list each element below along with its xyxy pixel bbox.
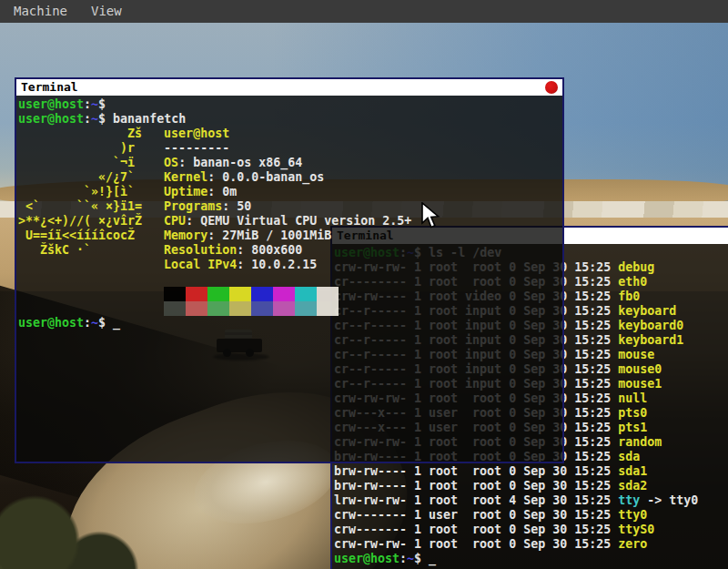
palette-swatch xyxy=(207,301,229,316)
terminal-line xyxy=(18,287,562,301)
terminal-line: ŽškC ·` Resolution: 800x600 xyxy=(18,243,562,258)
terminal-line: user@host:~$ _ xyxy=(334,552,728,566)
terminal-line: <` ``« ×}ï1= Programs: 50 xyxy=(18,199,562,214)
palette-swatch xyxy=(229,287,251,301)
palette-swatch xyxy=(229,301,251,316)
menubar: Machine View xyxy=(0,0,728,23)
palette-swatch xyxy=(273,287,295,301)
terminal-line: crw-rw-rw- 1 root root 0 Sep 30 15:25 ze… xyxy=(334,537,728,552)
palette-swatch xyxy=(317,301,339,316)
desktop: Terminal user@host:~$ ls -l /devcrw-rw-r… xyxy=(0,23,728,569)
palette-swatch xyxy=(251,301,273,316)
terminal-1-title: Terminal xyxy=(21,79,78,96)
palette-swatch xyxy=(186,287,207,301)
palette-swatch xyxy=(317,287,339,301)
terminal-line: U==íï<<íííîcocŽ Memory: 27MiB / 1001MiB xyxy=(18,229,562,243)
palette-swatch xyxy=(207,287,229,301)
palette-swatch xyxy=(164,301,186,316)
terminal-line: brw-rw---- 1 root root 0 Sep 30 15:25 sd… xyxy=(334,479,728,493)
terminal-line: «/¿7` Kernel: 0.0.0-banan_os xyxy=(18,170,562,185)
close-icon xyxy=(545,81,558,94)
palette-swatch xyxy=(186,301,207,316)
terminal-line: lrw-rw-rw- 1 root root 4 Sep 30 15:25 tt… xyxy=(334,493,728,508)
terminal-1-content[interactable]: user@host:~$user@host:~$ bananfetch Zš u… xyxy=(16,96,562,462)
terminal-line: Local IPv4: 10.0.2.15 xyxy=(18,258,562,272)
terminal-window-1: Terminal user@host:~$user@host:~$ bananf… xyxy=(15,77,564,463)
palette-swatch xyxy=(273,301,295,316)
terminal-line: `»!}[ì` Uptime: 0m xyxy=(18,185,562,199)
menu-item-machine[interactable]: Machine xyxy=(14,0,67,23)
terminal-line: `¬ï OS: banan-os x86_64 xyxy=(18,156,562,170)
terminal-1-close-button[interactable] xyxy=(545,81,558,94)
terminal-line: user@host:~$ xyxy=(18,97,562,112)
terminal-line: brw-rw---- 1 root root 0 Sep 30 15:25 sd… xyxy=(334,464,728,479)
terminal-line: )r --------- xyxy=(18,141,562,156)
terminal-1-titlebar[interactable]: Terminal xyxy=(16,79,562,96)
palette-swatch xyxy=(295,301,317,316)
palette-swatch xyxy=(164,287,186,301)
terminal-line: user@host:~$ bananfetch xyxy=(18,112,562,127)
terminal-line: >**¿<+)//( ×¿vîrŽ CPU: QEMU Virtual CPU … xyxy=(18,214,562,229)
palette-swatch xyxy=(295,287,317,301)
terminal-line xyxy=(18,272,562,287)
terminal-line xyxy=(18,301,562,316)
terminal-line: Zš user@host xyxy=(18,127,562,141)
terminal-1-output: user@host:~$user@host:~$ bananfetch Zš u… xyxy=(18,97,562,330)
terminal-line: crw------- 1 root root 0 Sep 30 15:25 tt… xyxy=(334,523,728,537)
terminal-line: user@host:~$ _ xyxy=(18,316,562,330)
wallpaper-rocks xyxy=(0,492,168,569)
vm-screen: Machine View Terminal user@ xyxy=(0,0,728,569)
palette-swatch xyxy=(251,287,273,301)
menu-item-view[interactable]: View xyxy=(91,0,122,23)
terminal-line: crw------- 1 user root 0 Sep 30 15:25 tt… xyxy=(334,508,728,523)
